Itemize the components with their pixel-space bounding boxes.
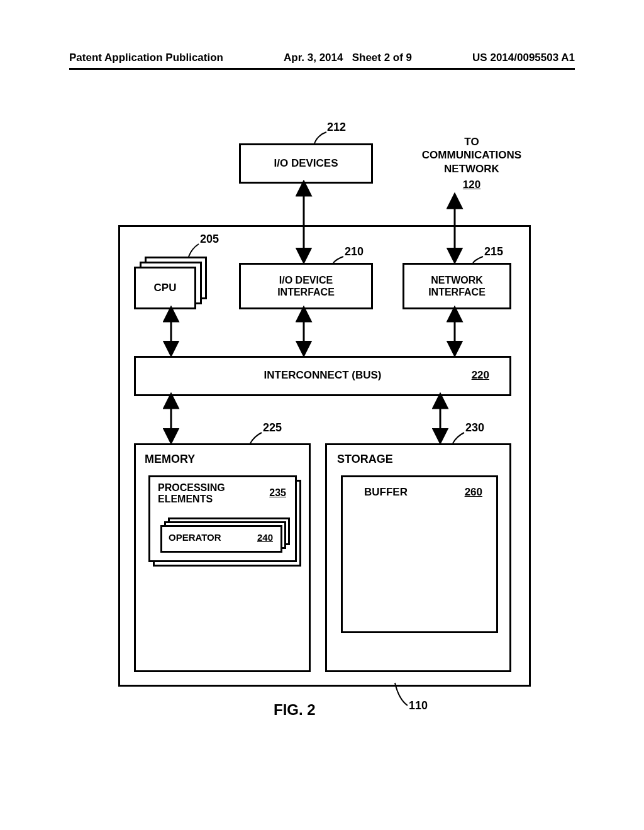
publication-label: Patent Application Publication: [69, 52, 223, 64]
ref-210: 210: [345, 245, 364, 258]
processing-elements-box: PROCESSING ELEMENTS 235 OPERATOR 240: [148, 475, 297, 562]
memory-box: MEMORY PROCESSING ELEMENTS 235 OPERATOR …: [134, 443, 311, 672]
comm-network-ref: 120: [402, 178, 541, 191]
memory-title: MEMORY: [145, 453, 195, 466]
io-devices-label: I/O DEVICES: [274, 157, 338, 170]
operator-ref: 240: [257, 532, 273, 543]
pe-label: PROCESSING ELEMENTS: [158, 482, 225, 506]
pe-ref: 235: [269, 487, 286, 499]
buffer-label: BUFFER: [364, 486, 408, 499]
ref-215: 215: [484, 245, 503, 258]
storage-title: STORAGE: [337, 453, 393, 466]
ref-205: 205: [200, 233, 219, 246]
cpu-box: CPU: [134, 267, 196, 309]
bus-box: INTERCONNECT (BUS) 220: [134, 356, 511, 396]
buffer-box: BUFFER 260: [341, 475, 498, 633]
io-interface-label: I/O DEVICE INTERFACE: [277, 274, 335, 298]
ref-225: 225: [263, 421, 282, 434]
io-interface-box: I/O DEVICE INTERFACE: [239, 263, 373, 309]
page-header: Patent Application Publication Apr. 3, 2…: [69, 52, 575, 70]
buffer-ref: 260: [465, 486, 482, 499]
cpu-label: CPU: [154, 282, 177, 294]
bus-label: INTERCONNECT (BUS): [136, 369, 509, 382]
operator-box: OPERATOR 240: [160, 525, 282, 553]
figure-caption: FIG. 2: [274, 701, 316, 719]
io-devices-box: I/O DEVICES: [239, 143, 373, 184]
ref-212: 212: [327, 121, 346, 134]
comm-network-label: TO COMMUNICATIONS NETWORK 120: [402, 135, 541, 191]
date-sheet: Apr. 3, 2014 Sheet 2 of 9: [284, 52, 412, 64]
network-interface-box: NETWORK INTERFACE: [402, 263, 511, 309]
doc-number: US 2014/0095503 A1: [472, 52, 575, 64]
bus-ref: 220: [472, 369, 489, 382]
storage-box: STORAGE BUFFER 260: [325, 443, 511, 672]
ref-110: 110: [409, 699, 428, 712]
patent-page: Patent Application Publication Apr. 3, 2…: [0, 0, 644, 830]
network-interface-label: NETWORK INTERFACE: [428, 274, 486, 298]
operator-label: OPERATOR: [169, 532, 221, 543]
ref-230: 230: [465, 421, 484, 434]
